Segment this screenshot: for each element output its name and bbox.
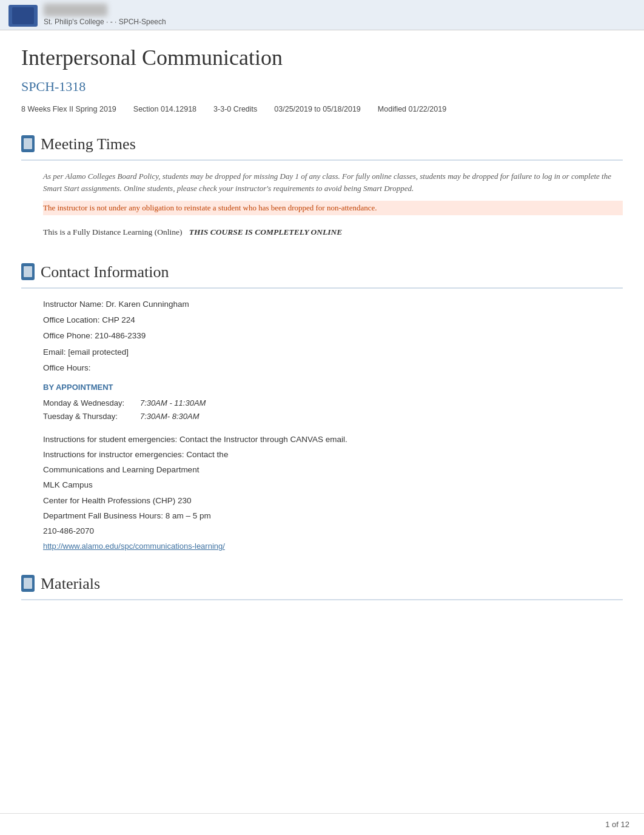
phone2: 210-486-2070 [43,525,623,537]
hours-table: Monday & Wednesday: 7:30AM - 11:30AM Tue… [43,397,623,423]
online-note: This is a Fully Distance Learning (Onlin… [43,226,623,238]
meta-modified: Modified 01/22/2019 [378,104,446,115]
main-content: Interpersonal Communication SPCH-1318 8 … [7,41,637,643]
materials-header: Materials [21,568,623,600]
page-title: Interpersonal Communication [21,41,623,74]
office-location: Office Location: CHP 224 [43,314,623,326]
contact-section: Contact Information Instructor Name: Dr.… [21,257,623,562]
meta-section: Section 014.12918 [133,104,196,115]
contact-link[interactable]: http://www.alamo.edu/spc/communications-… [43,540,623,552]
office-phone: Office Phone: 210-486-2339 [43,330,623,342]
contact-header: Contact Information [21,257,623,289]
alamo-link[interactable]: http://www.alamo.edu/spc/communications-… [43,542,225,551]
emergency-block: Instructions for student emergencies: Co… [43,434,623,553]
online-label: This is a Fully Distance Learning (Onlin… [43,227,182,236]
by-appointment: BY APPOINTMENT [43,381,623,394]
center: Center for Health Professions (CHP) 230 [43,495,623,507]
hours-time-2: 7:30AM- 8:30AM [140,411,200,423]
policy-note: As per Alamo Colleges Board Policy, stud… [43,170,623,195]
meta-credits: 3-3-0 Credits [213,104,257,115]
materials-title: Materials [41,572,100,595]
instructor-name: Instructor Name: Dr. Karen Cunningham [43,298,623,310]
meeting-times-section: Meeting Times As per Alamo Colleges Boar… [21,129,623,250]
contact-icon [21,263,35,280]
page-subtitle: SPCH-1318 [21,76,623,96]
hours-time-1: 7:30AM - 11:30AM [140,397,206,409]
meeting-times-icon [21,135,35,152]
office-hours-label: Office Hours: [43,362,623,374]
dept-hours: Department Fall Business Hours: 8 am – 5… [43,510,623,522]
online-italic: THIS COURSE IS COMPLETELY ONLINE [189,227,343,236]
top-bar: St. Philip's College · - · SPCH-Speech [0,0,644,30]
meeting-times-title: Meeting Times [41,132,136,156]
hours-row-1: Monday & Wednesday: 7:30AM - 11:30AM [43,397,623,409]
logo [8,5,38,27]
meta-dates: 03/25/2019 to 05/18/2019 [274,104,361,115]
contact-title: Contact Information [41,260,169,284]
campus: MLK Campus [43,479,623,491]
materials-icon [21,575,35,592]
email: Email: [email protected] [43,346,623,358]
materials-section: Materials [21,568,623,600]
user-info [44,4,107,16]
student-emergency: Instructions for student emergencies: Co… [43,434,623,446]
instructor-emergency: Instructions for instructor emergencies:… [43,449,623,461]
dept: Communications and Learning Department [43,464,623,476]
hours-day-2: Tuesday & Thursday: [43,411,140,423]
meta-term: 8 Weeks Flex II Spring 2019 [21,104,116,115]
contact-content: Instructor Name: Dr. Karen Cunningham Of… [21,289,623,562]
warning-text: The instructor is not under any obligati… [43,201,623,215]
breadcrumb: St. Philip's College · - · SPCH-Speech [44,16,166,27]
hours-row-2: Tuesday & Thursday: 7:30AM- 8:30AM [43,411,623,423]
meeting-times-header: Meeting Times [21,129,623,161]
meta-row: 8 Weeks Flex II Spring 2019 Section 014.… [21,104,623,118]
meeting-times-content: As per Alamo Colleges Board Policy, stud… [21,161,623,250]
hours-day-1: Monday & Wednesday: [43,397,140,409]
